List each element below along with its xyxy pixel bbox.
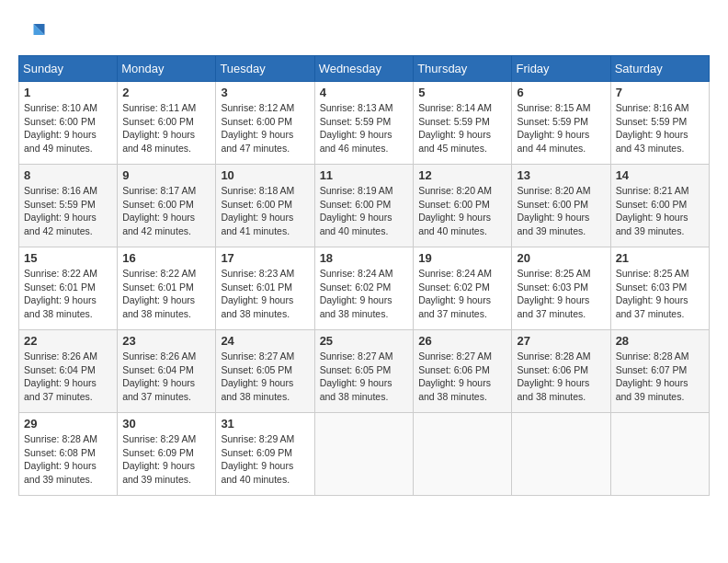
calendar-cell: 30Sunrise: 8:29 AMSunset: 6:09 PMDayligh… xyxy=(118,413,216,496)
day-info: Sunrise: 8:27 AMSunset: 6:05 PMDaylight:… xyxy=(221,350,309,404)
calendar-cell: 13Sunrise: 8:20 AMSunset: 6:00 PMDayligh… xyxy=(512,165,610,247)
day-info: Sunrise: 8:12 AMSunset: 6:00 PMDaylight:… xyxy=(221,101,309,155)
calendar-cell: 20Sunrise: 8:25 AMSunset: 6:03 PMDayligh… xyxy=(512,247,610,330)
day-info: Sunrise: 8:15 AMSunset: 5:59 PMDaylight:… xyxy=(517,101,605,155)
week-row-1: 1Sunrise: 8:10 AMSunset: 6:00 PMDaylight… xyxy=(19,82,710,165)
day-number: 13 xyxy=(517,168,605,182)
day-number: 10 xyxy=(221,168,309,182)
calendar-cell: 3Sunrise: 8:12 AMSunset: 6:00 PMDaylight… xyxy=(216,82,314,165)
day-number: 9 xyxy=(122,168,210,182)
day-number: 2 xyxy=(122,86,210,99)
logo-icon xyxy=(18,18,46,46)
calendar-cell: 17Sunrise: 8:23 AMSunset: 6:01 PMDayligh… xyxy=(216,247,314,330)
day-info: Sunrise: 8:24 AMSunset: 6:02 PMDaylight:… xyxy=(320,267,409,321)
day-info: Sunrise: 8:22 AMSunset: 6:01 PMDaylight:… xyxy=(24,267,112,321)
day-number: 29 xyxy=(24,417,112,431)
day-number: 7 xyxy=(616,86,704,99)
calendar-cell: 16Sunrise: 8:22 AMSunset: 6:01 PMDayligh… xyxy=(118,247,216,330)
calendar-table: SundayMondayTuesdayWednesdayThursdayFrid… xyxy=(18,55,710,496)
day-info: Sunrise: 8:14 AMSunset: 5:59 PMDaylight:… xyxy=(418,101,506,155)
day-number: 23 xyxy=(122,334,210,348)
calendar-cell: 24Sunrise: 8:27 AMSunset: 6:05 PMDayligh… xyxy=(216,330,314,413)
week-row-4: 22Sunrise: 8:26 AMSunset: 6:04 PMDayligh… xyxy=(19,330,710,413)
calendar-cell: 29Sunrise: 8:28 AMSunset: 6:08 PMDayligh… xyxy=(19,413,118,496)
day-number: 11 xyxy=(320,168,409,182)
calendar-cell: 14Sunrise: 8:21 AMSunset: 6:00 PMDayligh… xyxy=(610,165,709,247)
day-number: 19 xyxy=(418,251,506,265)
day-info: Sunrise: 8:22 AMSunset: 6:01 PMDaylight:… xyxy=(122,267,210,321)
day-info: Sunrise: 8:28 AMSunset: 6:06 PMDaylight:… xyxy=(517,350,605,404)
calendar-cell: 31Sunrise: 8:29 AMSunset: 6:09 PMDayligh… xyxy=(216,413,314,496)
weekday-header-friday: Friday xyxy=(512,56,610,82)
day-info: Sunrise: 8:20 AMSunset: 6:00 PMDaylight:… xyxy=(418,184,506,238)
day-number: 17 xyxy=(221,251,309,265)
calendar-cell: 2Sunrise: 8:11 AMSunset: 6:00 PMDaylight… xyxy=(118,82,216,165)
day-info: Sunrise: 8:27 AMSunset: 6:05 PMDaylight:… xyxy=(320,350,409,404)
calendar-cell: 4Sunrise: 8:13 AMSunset: 5:59 PMDaylight… xyxy=(314,82,414,165)
calendar-cell: 6Sunrise: 8:15 AMSunset: 5:59 PMDaylight… xyxy=(512,82,610,165)
calendar-cell: 25Sunrise: 8:27 AMSunset: 6:05 PMDayligh… xyxy=(314,330,414,413)
day-info: Sunrise: 8:27 AMSunset: 6:06 PMDaylight:… xyxy=(418,350,506,404)
day-number: 22 xyxy=(24,334,112,348)
day-number: 12 xyxy=(418,168,506,182)
calendar-cell: 5Sunrise: 8:14 AMSunset: 5:59 PMDaylight… xyxy=(414,82,512,165)
calendar-cell: 18Sunrise: 8:24 AMSunset: 6:02 PMDayligh… xyxy=(314,247,414,330)
calendar-cell: 7Sunrise: 8:16 AMSunset: 5:59 PMDaylight… xyxy=(610,82,709,165)
day-info: Sunrise: 8:26 AMSunset: 6:04 PMDaylight:… xyxy=(122,350,210,404)
day-info: Sunrise: 8:20 AMSunset: 6:00 PMDaylight:… xyxy=(517,184,605,238)
day-info: Sunrise: 8:28 AMSunset: 6:07 PMDaylight:… xyxy=(616,350,704,404)
week-row-3: 15Sunrise: 8:22 AMSunset: 6:01 PMDayligh… xyxy=(19,247,710,330)
day-number: 26 xyxy=(418,334,506,348)
calendar-cell: 12Sunrise: 8:20 AMSunset: 6:00 PMDayligh… xyxy=(414,165,512,247)
day-info: Sunrise: 8:23 AMSunset: 6:01 PMDaylight:… xyxy=(221,267,309,321)
day-info: Sunrise: 8:13 AMSunset: 5:59 PMDaylight:… xyxy=(320,101,409,155)
day-number: 30 xyxy=(122,417,210,431)
day-number: 5 xyxy=(418,86,506,99)
weekday-header-thursday: Thursday xyxy=(414,56,512,82)
day-number: 18 xyxy=(320,251,409,265)
day-info: Sunrise: 8:24 AMSunset: 6:02 PMDaylight:… xyxy=(418,267,506,321)
calendar-cell: 21Sunrise: 8:25 AMSunset: 6:03 PMDayligh… xyxy=(610,247,709,330)
header xyxy=(18,18,710,46)
day-info: Sunrise: 8:26 AMSunset: 6:04 PMDaylight:… xyxy=(24,350,112,404)
day-number: 20 xyxy=(517,251,605,265)
day-info: Sunrise: 8:29 AMSunset: 6:09 PMDaylight:… xyxy=(221,432,309,487)
day-number: 6 xyxy=(517,86,605,99)
calendar-cell: 26Sunrise: 8:27 AMSunset: 6:06 PMDayligh… xyxy=(414,330,512,413)
day-info: Sunrise: 8:28 AMSunset: 6:08 PMDaylight:… xyxy=(24,432,112,487)
day-info: Sunrise: 8:18 AMSunset: 6:00 PMDaylight:… xyxy=(221,184,309,238)
day-info: Sunrise: 8:21 AMSunset: 6:00 PMDaylight:… xyxy=(616,184,704,238)
calendar-cell xyxy=(610,413,709,496)
day-info: Sunrise: 8:10 AMSunset: 6:00 PMDaylight:… xyxy=(24,101,112,155)
weekday-header-sunday: Sunday xyxy=(19,56,118,82)
day-number: 28 xyxy=(616,334,704,348)
week-row-2: 8Sunrise: 8:16 AMSunset: 5:59 PMDaylight… xyxy=(19,165,710,247)
day-number: 4 xyxy=(320,86,409,99)
day-number: 8 xyxy=(24,168,112,182)
day-number: 3 xyxy=(221,86,309,99)
day-info: Sunrise: 8:16 AMSunset: 5:59 PMDaylight:… xyxy=(24,184,112,238)
weekday-header-tuesday: Tuesday xyxy=(216,56,314,82)
day-number: 15 xyxy=(24,251,112,265)
day-number: 31 xyxy=(221,417,309,431)
weekday-header-wednesday: Wednesday xyxy=(314,56,414,82)
day-info: Sunrise: 8:17 AMSunset: 6:00 PMDaylight:… xyxy=(122,184,210,238)
day-number: 1 xyxy=(24,86,112,99)
calendar-cell: 8Sunrise: 8:16 AMSunset: 5:59 PMDaylight… xyxy=(19,165,118,247)
calendar-cell: 1Sunrise: 8:10 AMSunset: 6:00 PMDaylight… xyxy=(19,82,118,165)
calendar-cell xyxy=(414,413,512,496)
day-info: Sunrise: 8:29 AMSunset: 6:09 PMDaylight:… xyxy=(122,432,210,487)
calendar-cell: 15Sunrise: 8:22 AMSunset: 6:01 PMDayligh… xyxy=(19,247,118,330)
day-info: Sunrise: 8:11 AMSunset: 6:00 PMDaylight:… xyxy=(122,101,210,155)
calendar-cell: 23Sunrise: 8:26 AMSunset: 6:04 PMDayligh… xyxy=(118,330,216,413)
day-number: 27 xyxy=(517,334,605,348)
calendar-header: SundayMondayTuesdayWednesdayThursdayFrid… xyxy=(19,56,710,82)
calendar-cell: 10Sunrise: 8:18 AMSunset: 6:00 PMDayligh… xyxy=(216,165,314,247)
calendar-cell: 28Sunrise: 8:28 AMSunset: 6:07 PMDayligh… xyxy=(610,330,709,413)
day-info: Sunrise: 8:25 AMSunset: 6:03 PMDaylight:… xyxy=(616,267,704,321)
calendar-cell: 11Sunrise: 8:19 AMSunset: 6:00 PMDayligh… xyxy=(314,165,414,247)
day-number: 16 xyxy=(122,251,210,265)
calendar-cell xyxy=(314,413,414,496)
calendar-cell: 27Sunrise: 8:28 AMSunset: 6:06 PMDayligh… xyxy=(512,330,610,413)
logo xyxy=(18,18,50,46)
